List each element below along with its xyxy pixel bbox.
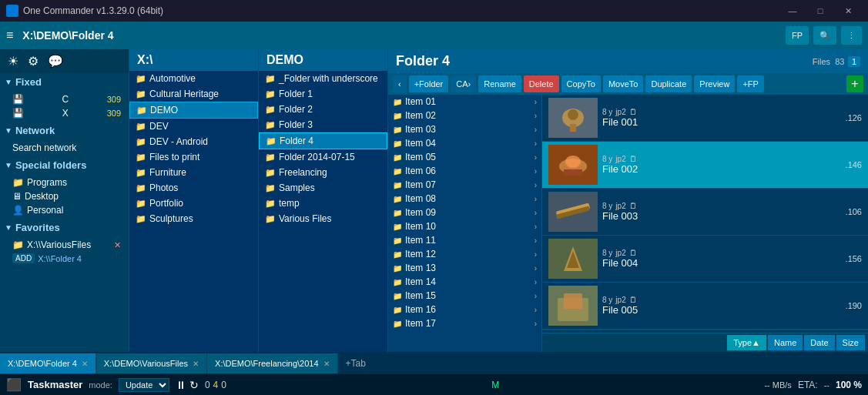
hamburger-menu-icon[interactable]: ≡ [6,28,13,42]
close-tab-2[interactable]: ✕ [323,360,330,368]
sidebar: ☀ ⚙ 💬 ▼ Fixed 💾 C 309 💾 X 309 ▼ Network [0,49,129,352]
x-item-demo[interactable]: 📁 DEMO [129,102,258,119]
fixed-section-header[interactable]: ▼ Fixed [0,73,129,91]
file-item-05[interactable]: 📁 Item 05 › [388,150,541,164]
file-item-12[interactable]: 📁 Item 12 › [388,247,541,261]
demo-panel-header: DEMO [259,49,387,71]
back-button[interactable]: ‹ [393,75,407,92]
refresh-button[interactable]: ↻ [189,379,199,391]
thumb-name-002: File 002 [602,163,841,175]
file-item-09[interactable]: 📁 Item 09 › [388,206,541,219]
preview-button[interactable]: Preview [694,75,735,92]
thumb-name-004: File 004 [602,257,841,269]
demo-item-folder4[interactable]: 📁 Folder 4 [259,132,387,149]
chat-icon[interactable]: 💬 [48,54,63,69]
demo-item-samples[interactable]: 📁 Samples [259,180,387,196]
file-item-16[interactable]: 📁 Item 16 › [388,303,541,316]
add-favorite-item[interactable]: ADD X:\\Folder 4 [0,252,129,265]
demo-item-various[interactable]: 📁 Various Files [259,211,387,226]
sort-name-button[interactable]: Name [768,335,803,350]
settings-icon[interactable]: ⚙ [28,54,39,69]
thumb-row-003[interactable]: 8 y jp2 🗒 File 003 .106 [542,189,868,236]
file-item-01[interactable]: 📁 Item 01 › [388,95,541,109]
theme-icon[interactable]: ☀ [8,54,18,69]
file-item-02[interactable]: 📁 Item 02 › [388,109,541,122]
x-item-automotive[interactable]: 📁 Automotive [129,71,258,86]
file-item-04[interactable]: 📁 Item 04 › [388,136,541,150]
moveto-button[interactable]: MoveTo [603,75,644,92]
file-item-08[interactable]: 📁 Item 08 › [388,192,541,206]
thumbnail-002 [548,145,598,185]
sort-type-button[interactable]: Type▲ [727,335,766,350]
demo-item-folder3[interactable]: 📁 Folder 3 [259,117,387,132]
file-item-11[interactable]: 📁 Item 11 › [388,233,541,247]
file-folder-icon: 📁 [393,292,402,300]
favorites-section-header[interactable]: ▼ Favorites [0,219,129,236]
mode-dropdown[interactable]: Update [119,378,169,392]
rename-button[interactable]: Rename [478,75,521,92]
close-tab-1[interactable]: ✕ [193,360,199,368]
x-item-dev-android[interactable]: 📁 DEV - Android [129,134,258,149]
file-item-15[interactable]: 📁 Item 15 › [388,289,541,303]
close-button[interactable]: ✕ [834,0,862,22]
file-item-07[interactable]: 📁 Item 07 › [388,178,541,192]
maximize-button[interactable]: □ [806,0,834,22]
file-item-03[interactable]: 📁 Item 03 › [388,122,541,136]
duplicate-button[interactable]: Duplicate [645,75,692,92]
thumb-row-001[interactable]: 8 y jp2 🗒 File 001 .126 [542,95,868,142]
tab-folder4[interactable]: X:\DEMO\Folder 4 ✕ [0,353,96,373]
demo-item-temp[interactable]: 📁 temp [259,196,387,211]
demo-item-folder-underscore[interactable]: 📁 _Folder with underscore [259,71,387,86]
file-item-06[interactable]: 📁 Item 06 › [388,164,541,178]
ca-button[interactable]: CA› [451,75,476,92]
sort-date-button[interactable]: Date [804,335,834,350]
file-item-10[interactable]: 📁 Item 10 › [388,219,541,233]
x-item-sculptures[interactable]: 📁 Sculptures [129,211,258,226]
sidebar-item-c[interactable]: 💾 C 309 [0,92,129,106]
x-item-files-print[interactable]: 📁 Files to print [129,149,258,165]
add-file-button[interactable]: + [846,75,863,92]
x-item-portfolio[interactable]: 📁 Portfolio [129,196,258,211]
x-item-cultural[interactable]: 📁 Cultural Heritage [129,86,258,102]
add-folder-button[interactable]: +Folder [409,75,449,92]
programs-item[interactable]: 📁 Programs [0,176,129,189]
sidebar-item-x[interactable]: 💾 X 309 [0,106,129,120]
menu-button[interactable]: ⋮ [841,26,862,45]
tab-freelancing[interactable]: X:\DEMO\Freelancing\2014 ✕ [207,353,338,373]
thumb-row-002[interactable]: 8 y jp2 🗒 File 002 .146 [542,142,868,189]
demo-item-folder2014[interactable]: 📁 Folder 2014-07-15 [259,149,387,165]
special-folders-section-header[interactable]: ▼ Special folders [0,156,129,174]
fp-button[interactable]: FP [786,26,809,45]
search-network-item[interactable]: Search network [0,141,129,155]
network-chevron-icon: ▼ [5,126,12,135]
demo-item-folder2[interactable]: 📁 Folder 2 [259,102,387,117]
search-button[interactable]: 🔍 [813,26,836,45]
thumb-row-004[interactable]: 8 y jp2 🗒 File 004 .156 [542,236,868,283]
network-section-header[interactable]: ▼ Network [0,122,129,139]
expand-arrow-icon: › [535,264,537,273]
minimize-button[interactable]: — [779,0,806,22]
demo-item-folder1[interactable]: 📁 Folder 1 [259,86,387,102]
thumb-row-005[interactable]: 8 y jp2 🗒 File 005 .190 [542,283,868,330]
desktop-item[interactable]: 🖥 Desktop [0,189,129,203]
remove-favorite-button[interactable]: ✕ [114,240,121,250]
file-item-13[interactable]: 📁 Item 13 › [388,261,541,275]
x-item-furniture[interactable]: 📁 Furniture [129,165,258,180]
file-item-17[interactable]: 📁 Item 17 › [388,316,541,330]
add-tab-button[interactable]: +Tab [338,353,374,373]
pause-button[interactable]: ⏸ [176,379,186,391]
sort-size-button[interactable]: Size [836,335,865,350]
x-item-dev[interactable]: 📁 DEV [129,119,258,134]
favorites-variousfiles[interactable]: 📁 X:\\VariousFiles ✕ [0,238,129,252]
thumb-meta-002: 8 y jp2 🗒 [602,155,841,163]
x-item-photos[interactable]: 📁 Photos [129,180,258,196]
fp-panel-button[interactable]: +FP [737,75,763,92]
file-item-14[interactable]: 📁 Item 14 › [388,275,541,289]
personal-item[interactable]: 👤 Personal [0,203,129,217]
copyto-button[interactable]: CopyTo [561,75,601,92]
expand-arrow-icon: › [535,250,537,259]
tab-variousfiles[interactable]: X:\DEMO\VariousFiles ✕ [96,353,207,373]
close-tab-0[interactable]: ✕ [82,360,88,368]
delete-button[interactable]: Delete [524,75,559,92]
demo-item-freelancing[interactable]: 📁 Freelancing [259,165,387,180]
